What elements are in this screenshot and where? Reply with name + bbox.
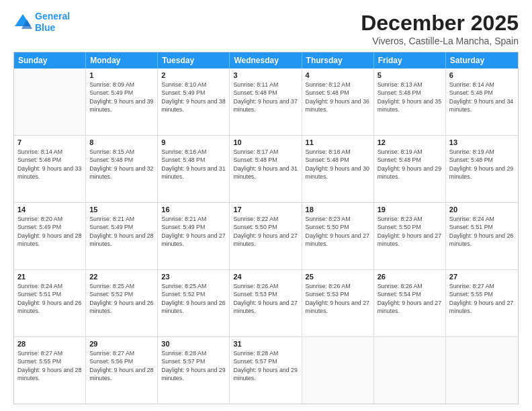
calendar-day-cell: 24Sunrise: 8:26 AMSunset: 5:53 PMDayligh… xyxy=(230,270,302,336)
location: Viveros, Castille-La Mancha, Spain xyxy=(361,36,519,46)
day-number: 30 xyxy=(161,340,226,348)
title-block: December 2025 Viveros, Castille-La Manch… xyxy=(361,11,519,46)
day-number: 18 xyxy=(306,205,370,214)
day-number: 4 xyxy=(306,71,370,79)
day-info: Sunrise: 8:26 AMSunset: 5:53 PMDaylight:… xyxy=(306,282,370,315)
day-info: Sunrise: 8:24 AMSunset: 5:51 PMDaylight:… xyxy=(449,215,515,248)
day-number: 3 xyxy=(233,71,298,79)
day-number: 6 xyxy=(449,71,515,79)
day-info: Sunrise: 8:23 AMSunset: 5:50 PMDaylight:… xyxy=(306,215,370,248)
month-title: December 2025 xyxy=(361,11,519,36)
day-info: Sunrise: 8:28 AMSunset: 5:57 PMDaylight:… xyxy=(161,349,226,382)
day-info: Sunrise: 8:25 AMSunset: 5:52 PMDaylight:… xyxy=(89,282,154,315)
day-number: 28 xyxy=(17,340,82,348)
calendar-day-cell: 19Sunrise: 8:23 AMSunset: 5:50 PMDayligh… xyxy=(374,203,446,269)
calendar-day-cell: 17Sunrise: 8:22 AMSunset: 5:50 PMDayligh… xyxy=(230,203,302,269)
calendar-day-cell: 20Sunrise: 8:24 AMSunset: 5:51 PMDayligh… xyxy=(446,203,518,269)
day-number: 8 xyxy=(89,138,154,146)
calendar-day-cell: 27Sunrise: 8:27 AMSunset: 5:55 PMDayligh… xyxy=(446,270,518,336)
day-of-week-header: Thursday xyxy=(302,52,374,68)
calendar-day-cell: 3Sunrise: 8:11 AMSunset: 5:48 PMDaylight… xyxy=(230,68,302,135)
calendar-day-cell: 29Sunrise: 8:27 AMSunset: 5:56 PMDayligh… xyxy=(86,337,158,404)
calendar-header-row: SundayMondayTuesdayWednesdayThursdayFrid… xyxy=(14,52,518,68)
calendar-day-cell: 30Sunrise: 8:28 AMSunset: 5:57 PMDayligh… xyxy=(158,337,230,404)
calendar-day-cell: 25Sunrise: 8:26 AMSunset: 5:53 PMDayligh… xyxy=(302,270,374,336)
day-info: Sunrise: 8:10 AMSunset: 5:49 PMDaylight:… xyxy=(161,81,226,113)
day-info: Sunrise: 8:24 AMSunset: 5:51 PMDaylight:… xyxy=(17,282,82,315)
calendar-day-cell: 7Sunrise: 8:14 AMSunset: 5:48 PMDaylight… xyxy=(14,136,86,202)
day-info: Sunrise: 8:20 AMSunset: 5:49 PMDaylight:… xyxy=(17,215,82,248)
day-number: 19 xyxy=(378,205,442,214)
day-number: 29 xyxy=(89,340,154,348)
logo-icon xyxy=(13,13,32,32)
calendar-day-cell: 1Sunrise: 8:09 AMSunset: 5:49 PMDaylight… xyxy=(86,68,158,135)
calendar-body: 1Sunrise: 8:09 AMSunset: 5:49 PMDaylight… xyxy=(14,68,518,404)
calendar-day-cell: 4Sunrise: 8:12 AMSunset: 5:48 PMDaylight… xyxy=(302,68,374,135)
calendar-day-cell: 22Sunrise: 8:25 AMSunset: 5:52 PMDayligh… xyxy=(86,270,158,336)
day-number: 25 xyxy=(306,273,370,281)
logo: General Blue xyxy=(13,11,70,34)
day-info: Sunrise: 8:21 AMSunset: 5:49 PMDaylight:… xyxy=(161,215,226,248)
day-info: Sunrise: 8:13 AMSunset: 5:48 PMDaylight:… xyxy=(378,81,442,113)
day-info: Sunrise: 8:14 AMSunset: 5:48 PMDaylight:… xyxy=(449,81,515,113)
day-info: Sunrise: 8:11 AMSunset: 5:48 PMDaylight:… xyxy=(233,81,298,113)
empty-cell xyxy=(14,68,86,135)
day-info: Sunrise: 8:09 AMSunset: 5:49 PMDaylight:… xyxy=(89,81,154,113)
day-of-week-header: Wednesday xyxy=(230,52,302,68)
day-info: Sunrise: 8:17 AMSunset: 5:48 PMDaylight:… xyxy=(233,148,298,181)
day-number: 23 xyxy=(161,273,226,281)
calendar-day-cell: 13Sunrise: 8:19 AMSunset: 5:48 PMDayligh… xyxy=(446,136,518,202)
day-info: Sunrise: 8:27 AMSunset: 5:56 PMDaylight:… xyxy=(89,349,154,382)
day-number: 9 xyxy=(161,138,226,146)
day-number: 1 xyxy=(89,71,154,79)
day-of-week-header: Friday xyxy=(374,52,446,68)
day-number: 11 xyxy=(306,138,370,146)
day-number: 2 xyxy=(161,71,226,79)
day-info: Sunrise: 8:27 AMSunset: 5:55 PMDaylight:… xyxy=(449,282,515,315)
day-info: Sunrise: 8:27 AMSunset: 5:55 PMDaylight:… xyxy=(17,349,82,382)
calendar-day-cell: 16Sunrise: 8:21 AMSunset: 5:49 PMDayligh… xyxy=(158,203,230,269)
day-number: 21 xyxy=(17,273,82,281)
day-of-week-header: Tuesday xyxy=(158,52,230,68)
logo-text: General Blue xyxy=(35,11,70,34)
day-info: Sunrise: 8:15 AMSunset: 5:48 PMDaylight:… xyxy=(89,148,154,181)
calendar-week-row: 28Sunrise: 8:27 AMSunset: 5:55 PMDayligh… xyxy=(14,337,518,404)
day-info: Sunrise: 8:25 AMSunset: 5:52 PMDaylight:… xyxy=(161,282,226,315)
day-info: Sunrise: 8:21 AMSunset: 5:49 PMDaylight:… xyxy=(89,215,154,248)
calendar-day-cell: 18Sunrise: 8:23 AMSunset: 5:50 PMDayligh… xyxy=(302,203,374,269)
calendar-week-row: 7Sunrise: 8:14 AMSunset: 5:48 PMDaylight… xyxy=(14,136,518,203)
calendar-day-cell: 12Sunrise: 8:19 AMSunset: 5:48 PMDayligh… xyxy=(374,136,446,202)
calendar-day-cell: 5Sunrise: 8:13 AMSunset: 5:48 PMDaylight… xyxy=(374,68,446,135)
day-info: Sunrise: 8:14 AMSunset: 5:48 PMDaylight:… xyxy=(17,148,82,181)
empty-cell xyxy=(374,337,446,404)
day-number: 13 xyxy=(449,138,515,146)
day-info: Sunrise: 8:28 AMSunset: 5:57 PMDaylight:… xyxy=(233,349,298,382)
calendar-week-row: 1Sunrise: 8:09 AMSunset: 5:49 PMDaylight… xyxy=(14,68,518,136)
day-number: 10 xyxy=(233,138,298,146)
day-number: 17 xyxy=(233,205,298,214)
empty-cell xyxy=(302,337,374,404)
calendar-day-cell: 9Sunrise: 8:16 AMSunset: 5:48 PMDaylight… xyxy=(158,136,230,202)
day-of-week-header: Monday xyxy=(86,52,158,68)
day-number: 27 xyxy=(449,273,515,281)
page: General Blue December 2025 Viveros, Cast… xyxy=(0,0,532,411)
header: General Blue December 2025 Viveros, Cast… xyxy=(13,11,519,46)
day-of-week-header: Saturday xyxy=(446,52,518,68)
calendar-week-row: 14Sunrise: 8:20 AMSunset: 5:49 PMDayligh… xyxy=(14,203,518,270)
day-info: Sunrise: 8:19 AMSunset: 5:48 PMDaylight:… xyxy=(449,148,515,181)
day-number: 7 xyxy=(17,138,82,146)
day-info: Sunrise: 8:26 AMSunset: 5:54 PMDaylight:… xyxy=(378,282,442,315)
empty-cell xyxy=(446,337,518,404)
day-number: 24 xyxy=(233,273,298,281)
day-info: Sunrise: 8:26 AMSunset: 5:53 PMDaylight:… xyxy=(233,282,298,315)
day-info: Sunrise: 8:16 AMSunset: 5:48 PMDaylight:… xyxy=(161,148,226,181)
calendar-day-cell: 31Sunrise: 8:28 AMSunset: 5:57 PMDayligh… xyxy=(230,337,302,404)
calendar: SundayMondayTuesdayWednesdayThursdayFrid… xyxy=(13,52,519,404)
day-info: Sunrise: 8:23 AMSunset: 5:50 PMDaylight:… xyxy=(378,215,442,248)
day-number: 15 xyxy=(89,205,154,214)
calendar-day-cell: 23Sunrise: 8:25 AMSunset: 5:52 PMDayligh… xyxy=(158,270,230,336)
day-info: Sunrise: 8:22 AMSunset: 5:50 PMDaylight:… xyxy=(233,215,298,248)
calendar-day-cell: 2Sunrise: 8:10 AMSunset: 5:49 PMDaylight… xyxy=(158,68,230,135)
day-number: 14 xyxy=(17,205,82,214)
day-number: 26 xyxy=(378,273,442,281)
